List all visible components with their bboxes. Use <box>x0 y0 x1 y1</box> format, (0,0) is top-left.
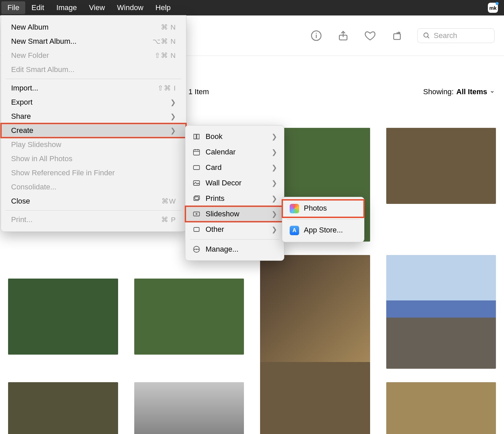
menu-label: App Store... <box>304 226 343 234</box>
create-prints[interactable]: Prints ❯ <box>185 191 284 206</box>
other-icon <box>192 225 201 234</box>
svg-rect-13 <box>194 197 199 201</box>
menu-shortcut: ⌘ N <box>161 23 176 31</box>
photo-thumbnail[interactable] <box>8 382 118 434</box>
svg-point-21 <box>198 249 199 250</box>
chevron-right-icon: ❯ <box>170 112 176 120</box>
chevron-right-icon: ❯ <box>272 210 277 218</box>
menu-new-smart-album[interactable]: New Smart Album... ⌥⌘ N <box>1 34 186 48</box>
photo-thumbnail[interactable] <box>260 362 370 434</box>
create-wall-decor[interactable]: Wall Decor ❯ <box>185 175 284 191</box>
menu-close[interactable]: Close ⌘W <box>1 194 186 208</box>
menu-label: Other <box>206 225 224 234</box>
menu-label: Edit Smart Album... <box>11 65 74 74</box>
menu-play-slideshow: Play Slideshow <box>1 138 186 152</box>
photo-thumbnail[interactable] <box>134 382 244 434</box>
info-icon[interactable] <box>310 29 323 42</box>
menu-shortcut: ⌥⌘ N <box>152 37 176 45</box>
menubar: File Edit Image View Window Help mk <box>0 0 504 15</box>
menu-label: Card <box>206 163 222 172</box>
menubar-file[interactable]: File <box>1 1 25 14</box>
chevron-right-icon: ❯ <box>272 164 277 172</box>
slideshow-appstore[interactable]: App Store... <box>282 222 364 239</box>
menu-create[interactable]: Create ❯ <box>1 123 186 138</box>
rotate-icon[interactable] <box>390 29 404 42</box>
menu-label: New Smart Album... <box>11 37 76 46</box>
menu-share[interactable]: Share ❯ <box>1 109 186 123</box>
menu-show-referenced-file: Show Referenced File in Finder <box>1 166 186 180</box>
menu-label: New Folder <box>11 51 49 60</box>
tray-app-icon[interactable]: mk <box>488 3 498 13</box>
menu-export[interactable]: Export ❯ <box>1 95 186 109</box>
chevron-right-icon: ❯ <box>170 126 176 135</box>
menu-new-folder: New Folder ⇧⌘ N <box>1 48 186 63</box>
create-card[interactable]: Card ❯ <box>185 160 284 175</box>
menu-shortcut: ⌘W <box>161 197 176 205</box>
svg-rect-7 <box>193 150 200 155</box>
menu-shortcut: ⇧⌘ I <box>157 84 176 92</box>
share-icon[interactable] <box>336 29 350 42</box>
menu-label: Prints <box>206 194 224 203</box>
menu-label: Book <box>206 132 222 141</box>
showing-filter[interactable]: Showing: All Items <box>423 87 495 96</box>
menu-label: Share <box>11 112 31 121</box>
picture-icon <box>192 179 201 187</box>
menu-new-album[interactable]: New Album ⌘ N <box>1 20 186 34</box>
file-menu: New Album ⌘ N New Smart Album... ⌥⌘ N Ne… <box>1 15 186 232</box>
menu-consolidate: Consolidate... <box>1 180 186 194</box>
svg-rect-14 <box>195 196 200 200</box>
menu-label: Close <box>11 197 30 206</box>
svg-point-5 <box>424 33 428 37</box>
prints-icon <box>192 194 201 203</box>
slideshow-photos[interactable]: Photos <box>282 200 364 217</box>
photo-thumbnail[interactable] <box>386 128 496 204</box>
svg-rect-4 <box>394 34 400 39</box>
photo-thumbnail[interactable] <box>134 279 244 355</box>
notification-dot-icon <box>496 2 499 5</box>
menubar-image[interactable]: Image <box>50 1 83 14</box>
search-placeholder: Search <box>434 31 457 40</box>
menubar-window[interactable]: Window <box>111 1 149 14</box>
chevron-right-icon: ❯ <box>272 133 277 141</box>
svg-marker-16 <box>196 213 198 215</box>
create-slideshow[interactable]: Slideshow ❯ <box>185 206 284 222</box>
search-input[interactable]: Search <box>417 28 495 43</box>
slideshow-submenu: Photos App Store... <box>282 197 364 242</box>
search-icon <box>423 32 430 39</box>
menu-label: Print... <box>11 215 33 224</box>
svg-point-20 <box>194 249 195 250</box>
calendar-icon <box>192 148 201 156</box>
menu-label: Play Slideshow <box>11 140 61 149</box>
book-icon <box>192 132 201 141</box>
create-other[interactable]: Other ❯ <box>185 222 284 237</box>
photos-app-icon <box>290 204 299 213</box>
photo-thumbnail[interactable] <box>386 382 496 434</box>
svg-line-6 <box>428 36 429 38</box>
menubar-edit[interactable]: Edit <box>25 1 50 14</box>
chevron-right-icon: ❯ <box>272 148 277 156</box>
create-book[interactable]: Book ❯ <box>185 129 284 144</box>
chevron-right-icon: ❯ <box>170 98 176 106</box>
svg-point-19 <box>196 249 197 250</box>
menu-import[interactable]: Import... ⇧⌘ I <box>1 81 186 95</box>
create-calendar[interactable]: Calendar ❯ <box>185 144 284 160</box>
chevron-right-icon: ❯ <box>272 225 277 233</box>
menu-shortcut: ⌘ P <box>161 216 176 224</box>
menubar-help[interactable]: Help <box>149 1 177 14</box>
menu-label: Show Referenced File in Finder <box>11 169 115 177</box>
photo-thumbnail[interactable] <box>260 255 370 369</box>
photo-thumbnail[interactable] <box>8 279 118 355</box>
menu-show-in-all-photos: Show in All Photos <box>1 152 186 166</box>
manage-icon <box>192 245 201 254</box>
svg-point-2 <box>316 33 317 34</box>
chevron-down-icon <box>490 89 495 94</box>
menu-print: Print... ⌘ P <box>1 213 186 227</box>
menu-label: Import... <box>11 84 38 93</box>
create-manage[interactable]: Manage... <box>185 242 284 257</box>
photo-thumbnail[interactable] <box>386 255 496 369</box>
appstore-icon <box>290 226 299 235</box>
menubar-view[interactable]: View <box>83 1 111 14</box>
card-icon <box>192 163 201 172</box>
favorite-icon[interactable] <box>363 29 377 42</box>
menu-label: Manage... <box>206 245 239 254</box>
